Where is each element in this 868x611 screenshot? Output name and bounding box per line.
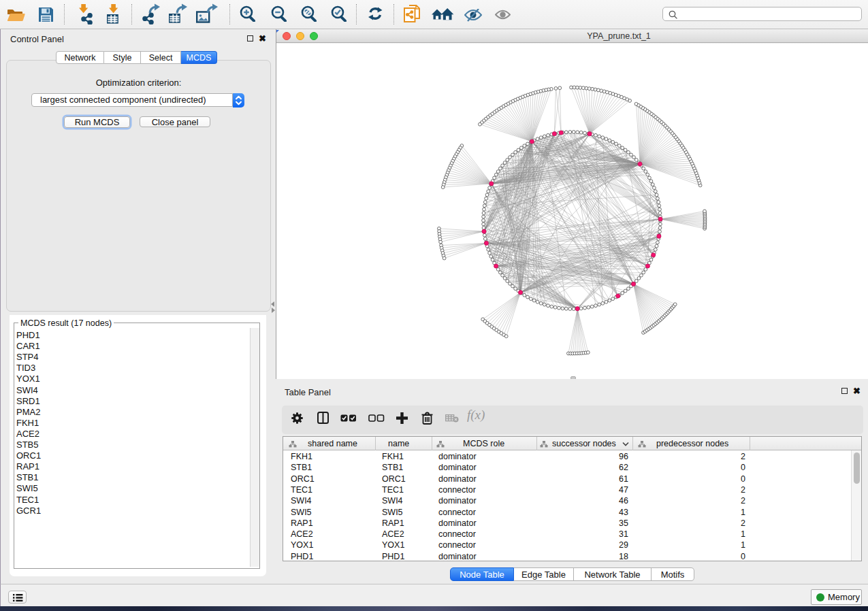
svg-text:f(x): f(x) bbox=[467, 408, 485, 423]
